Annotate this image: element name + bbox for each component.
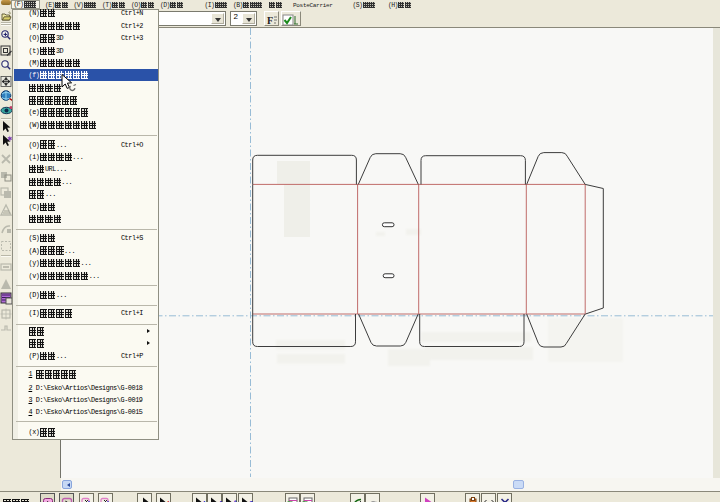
svg-text:F: F [267,15,273,26]
